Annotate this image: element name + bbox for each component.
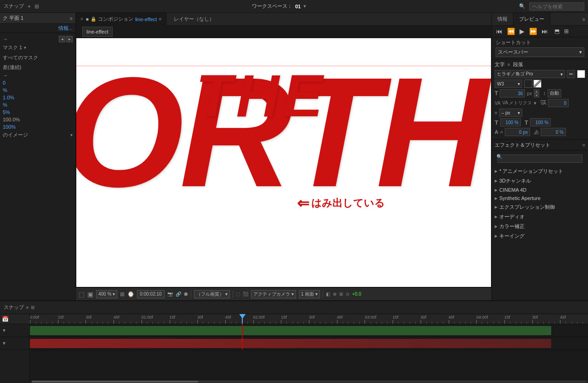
font-dropdown[interactable]: ヒラギノ角ゴ Pro ▾ bbox=[495, 70, 565, 78]
link-icon[interactable]: 🔗 bbox=[176, 292, 181, 297]
text-section-menu-icon[interactable]: ≡ bbox=[508, 62, 510, 67]
effect-animation-presets[interactable]: ▶ * アニメーションプリセット bbox=[492, 166, 588, 176]
nav-next[interactable]: ▸ bbox=[66, 36, 73, 42]
baseline-row: A A あ bbox=[495, 128, 585, 136]
monitor-icon[interactable]: ▣ bbox=[87, 291, 93, 298]
tl-scroll bbox=[30, 379, 588, 383]
extra-icon-1[interactable]: ◧ bbox=[326, 292, 330, 297]
shortcut-label: ショートカット bbox=[496, 39, 584, 46]
grid-icon[interactable]: ⊞ bbox=[34, 3, 39, 10]
view-icon[interactable]: ⬚ bbox=[79, 291, 85, 298]
quality-dropdown[interactable]: （フル画質） ▾ bbox=[194, 290, 230, 298]
baseline-input[interactable] bbox=[505, 128, 530, 136]
effect-synthetic-aperture[interactable]: ▶ Synthetic Aperture bbox=[492, 194, 588, 202]
effects-list: ▶ * アニメーションプリセット ▶ 3Dチャンネル ▶ CINEMA 4D ▶… bbox=[492, 166, 588, 300]
paragraph-section-label[interactable]: 段落 bbox=[513, 61, 523, 68]
text-section-header: 文字 ≡ 段落 bbox=[495, 61, 585, 68]
text-section-label: 文字 bbox=[495, 61, 505, 68]
scale-v-input[interactable] bbox=[530, 118, 551, 126]
tab-preview[interactable]: プレビュー bbox=[514, 13, 550, 26]
layer1-collapse-icon[interactable]: ▼ bbox=[2, 328, 6, 333]
size-icon: T bbox=[495, 90, 498, 97]
comp-tab-line-effect[interactable]: × ■ 🔒 コンポジション line-effect ≡ bbox=[76, 13, 166, 26]
expand-icon-tl[interactable]: ⊞ bbox=[31, 305, 34, 310]
fill-swatch[interactable] bbox=[524, 80, 532, 88]
tl-red-bar-2[interactable] bbox=[30, 339, 551, 348]
size-down-btn[interactable]: ▼ bbox=[534, 93, 539, 97]
tab-menu-icon[interactable]: ≡ bbox=[159, 17, 161, 22]
snap-toggle-icon[interactable]: ⌖ bbox=[26, 304, 29, 311]
color-icon[interactable]: ⬟ bbox=[184, 292, 188, 297]
tl-scroll-thumb[interactable] bbox=[32, 381, 198, 383]
effect-cinema4d[interactable]: ▶ CINEMA 4D bbox=[492, 186, 588, 194]
tab-info[interactable]: 情報 bbox=[492, 13, 514, 26]
workspace-dropdown-icon[interactable]: ▾ bbox=[303, 3, 306, 9]
clock-icon[interactable]: ⌚ bbox=[127, 291, 134, 297]
prev-back-icon[interactable]: ⏪ bbox=[506, 28, 516, 35]
region-icon[interactable]: ⬚ bbox=[236, 292, 240, 297]
px-dropdown[interactable]: – px ▾ bbox=[499, 109, 522, 117]
auto-label[interactable]: 自動 bbox=[548, 89, 561, 97]
tracking-dropdown-icon[interactable]: ▾ bbox=[534, 100, 537, 106]
nav-prev[interactable]: ◂ bbox=[59, 36, 65, 42]
effect-expression-control[interactable]: ▶ エクスプレッション制御 bbox=[492, 202, 588, 212]
tab-menu-button[interactable]: ≡ bbox=[580, 17, 588, 22]
tab-close-icon[interactable]: × bbox=[80, 17, 83, 22]
view-count-dropdown[interactable]: 1 画面 ▾ bbox=[299, 290, 320, 298]
layer2-collapse-icon[interactable]: ▼ bbox=[2, 341, 6, 346]
pen-tool-icon[interactable]: ✏ bbox=[567, 70, 575, 78]
prev-skip-end-icon[interactable]: ⏭ bbox=[540, 28, 549, 35]
effect-keying[interactable]: ▶ キーイング bbox=[492, 231, 588, 241]
val1[interactable]: 1.0% bbox=[3, 95, 14, 100]
extra-icon-3[interactable]: ⊞ bbox=[339, 292, 343, 297]
layer-tab[interactable]: レイヤー（なし） bbox=[166, 16, 222, 23]
extra-icon-2[interactable]: ⊕ bbox=[333, 292, 337, 297]
tl-scroll-bar[interactable] bbox=[32, 381, 586, 383]
stroke-swatch[interactable] bbox=[533, 80, 542, 88]
camera-dropdown[interactable]: アクティブカメラ ▾ bbox=[251, 290, 296, 298]
effect-audio[interactable]: ▶ オーディオ bbox=[492, 212, 588, 222]
shortcut-dropdown[interactable]: スペースバー ▾ bbox=[496, 47, 584, 57]
prev-more-icon[interactable]: ⊞ bbox=[563, 28, 570, 34]
italic-input[interactable] bbox=[541, 128, 566, 136]
viewport[interactable]: ORTH THE ⇐ はみ出している bbox=[76, 38, 491, 287]
annotation-arrow-icon: ⇐ bbox=[297, 194, 309, 212]
resize-icon[interactable]: ⊠ bbox=[120, 291, 125, 297]
italic-icon: あ bbox=[534, 129, 539, 136]
prev-export-icon[interactable]: ⬒ bbox=[553, 28, 561, 34]
percent0[interactable]: % bbox=[3, 87, 7, 93]
effects-label: エフェクト＆プリセット bbox=[495, 142, 550, 149]
help-search-input[interactable] bbox=[529, 2, 584, 11]
menu-icon[interactable]: ≡ bbox=[70, 16, 73, 21]
snap-icon[interactable]: ⌖ bbox=[28, 3, 31, 10]
checkerboard-icon[interactable]: ⬛ bbox=[243, 292, 248, 297]
weight-dropdown[interactable]: W3 ▾ bbox=[495, 80, 522, 88]
mask-dropdown-icon[interactable]: ▾ bbox=[24, 45, 26, 50]
val0[interactable]: 0 bbox=[3, 80, 6, 86]
all-masks-row: すべてのマスク bbox=[3, 52, 73, 63]
font-color-swatch[interactable] bbox=[577, 70, 585, 78]
extra-icon-4[interactable]: ⊙ bbox=[346, 292, 349, 297]
prev-forward-icon[interactable]: ⏩ bbox=[528, 28, 538, 35]
tl-green-bar-1[interactable] bbox=[30, 326, 551, 335]
val3[interactable]: 5% bbox=[3, 109, 10, 115]
prev-play-icon[interactable]: ▶ bbox=[518, 28, 526, 35]
zoom-dropdown[interactable]: 400 % ▾ bbox=[96, 290, 117, 298]
font-size-input[interactable] bbox=[500, 89, 525, 97]
time-display[interactable]: 0:00:02:10 bbox=[137, 290, 164, 298]
tracking-input[interactable] bbox=[548, 99, 569, 107]
scale-h-input[interactable] bbox=[500, 118, 521, 126]
prev-skip-start-icon[interactable]: ⏮ bbox=[495, 28, 504, 35]
image-dropdown-icon[interactable]: ▾ bbox=[70, 132, 73, 137]
size-up-btn[interactable]: ▲ bbox=[534, 89, 539, 93]
info-link[interactable]: 情報... bbox=[58, 25, 73, 32]
vc-separator-3 bbox=[323, 291, 323, 298]
effects-menu-icon[interactable]: ≡ bbox=[582, 143, 585, 148]
tl-ruler[interactable]: 0:00f15f30f45f01:00f15f30f45f02:00f15f30… bbox=[30, 314, 588, 324]
effect-color-correction[interactable]: ▶ カラー補正 bbox=[492, 222, 588, 231]
effects-search-input[interactable] bbox=[497, 154, 582, 163]
val2[interactable]: % bbox=[3, 102, 7, 108]
effect-3d-channel[interactable]: ▶ 3Dチャンネル bbox=[492, 176, 588, 186]
val4[interactable]: 100% bbox=[3, 124, 16, 130]
line-height-row: ≡ – px ▾ bbox=[495, 109, 585, 117]
